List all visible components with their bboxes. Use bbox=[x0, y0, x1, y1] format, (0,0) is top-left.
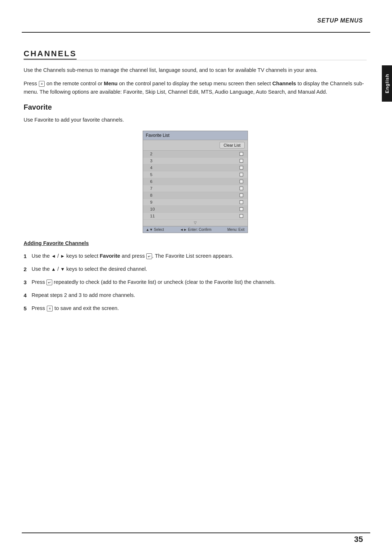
select-hint: ▲▼ Select bbox=[146, 228, 164, 232]
channel-checkbox bbox=[240, 214, 243, 218]
clear-list-button[interactable]: Clear List bbox=[220, 142, 244, 148]
channels-intro2: Press ≡ on the remote control or Menu on… bbox=[24, 79, 367, 96]
step-num-1: 1 bbox=[24, 252, 32, 261]
channel-checkbox bbox=[240, 180, 243, 183]
language-tab: English bbox=[382, 65, 392, 102]
step-num-3: 3 bbox=[24, 278, 32, 287]
channel-row[interactable]: 9 bbox=[143, 199, 248, 206]
enter-icon-2: ↵ bbox=[46, 279, 52, 285]
step-num-4: 4 bbox=[24, 291, 32, 300]
main-content: CHANNELS Use the Channels sub-menus to m… bbox=[24, 38, 367, 317]
favorite-description: Use Favorite to add your favorite channe… bbox=[24, 116, 367, 124]
step-text-2: Use the ▲ / ▼ keys to select the desired… bbox=[32, 265, 367, 273]
favorite-list-box: Favorite List Clear List 2 3 4 5 bbox=[143, 131, 248, 233]
exit-hint: Menu: Exit bbox=[227, 228, 244, 232]
channel-row[interactable]: 2 bbox=[143, 151, 248, 158]
channel-checkbox bbox=[240, 200, 243, 204]
step-text-4: Repeat steps 2 and 3 to add more channel… bbox=[32, 291, 367, 299]
top-rule bbox=[22, 32, 370, 33]
setup-menus-heading: SETUP MENUS bbox=[317, 17, 363, 24]
channel-row[interactable]: 8 bbox=[143, 192, 248, 199]
channels-bold: Channels bbox=[272, 81, 296, 86]
step-text-5: Press ≡ to save and exit the screen. bbox=[32, 304, 367, 313]
favorite-list-title: Favorite List bbox=[143, 131, 248, 140]
bottom-bar: ▲▼ Select ◄► Enter: Confirm Menu: Exit bbox=[143, 226, 248, 233]
adding-favorite-channels-heading: Adding Favorite Channels bbox=[24, 240, 367, 246]
channel-checkbox bbox=[240, 193, 243, 197]
up-arrow-icon: ▲ bbox=[51, 266, 56, 273]
channel-checkbox bbox=[240, 166, 243, 170]
channel-checkbox bbox=[240, 173, 243, 176]
channel-row[interactable]: 11 bbox=[143, 213, 248, 220]
bottom-rule bbox=[22, 532, 370, 533]
channel-row[interactable]: 6 bbox=[143, 178, 248, 185]
step-num-5: 5 bbox=[24, 304, 32, 313]
step-num-2: 2 bbox=[24, 265, 32, 274]
favorite-heading: Favorite bbox=[24, 103, 367, 111]
channel-row[interactable]: 5 bbox=[143, 171, 248, 178]
channel-checkbox bbox=[240, 159, 243, 163]
channels-heading: CHANNELS bbox=[24, 49, 367, 60]
left-arrow-icon: ◄ bbox=[51, 253, 56, 260]
step-5: 5 Press ≡ to save and exit the screen. bbox=[24, 304, 367, 313]
favorite-bold: Favorite bbox=[100, 253, 120, 259]
down-arrow-icon: ▼ bbox=[60, 266, 65, 273]
clear-list-row: Clear List bbox=[143, 140, 248, 151]
page-number: 35 bbox=[354, 535, 363, 544]
channel-row[interactable]: 4 bbox=[143, 164, 248, 171]
channel-row[interactable]: 3 bbox=[143, 158, 248, 164]
step-text-1: Use the ◄ / ► keys to select Favorite an… bbox=[32, 252, 367, 260]
step-2: 2 Use the ▲ / ▼ keys to select the desir… bbox=[24, 265, 367, 274]
right-arrow-icon: ► bbox=[60, 253, 65, 260]
favorite-list-container: Favorite List Clear List 2 3 4 5 bbox=[24, 131, 367, 233]
channel-row[interactable]: 10 bbox=[143, 206, 248, 213]
step-3: 3 Press ↵ repeatedly to check (add to th… bbox=[24, 278, 367, 287]
steps-list: 1 Use the ◄ / ► keys to select Favorite … bbox=[24, 252, 367, 313]
channel-checkbox bbox=[240, 187, 243, 190]
channel-checkbox bbox=[240, 207, 243, 211]
step-text-3: Press ↵ repeatedly to check (add to the … bbox=[32, 278, 367, 286]
remote-menu-icon: ≡ bbox=[39, 81, 45, 87]
step-4: 4 Repeat steps 2 and 3 to add more chann… bbox=[24, 291, 367, 300]
confirm-hint: ◄► Enter: Confirm bbox=[180, 228, 212, 232]
channel-row[interactable]: 7 bbox=[143, 185, 248, 192]
channels-intro1: Use the Channels sub-menus to manage the… bbox=[24, 66, 367, 74]
step-1: 1 Use the ◄ / ► keys to select Favorite … bbox=[24, 252, 367, 261]
enter-icon: ↵ bbox=[146, 253, 152, 259]
menu-bold: Menu bbox=[104, 81, 118, 86]
remote-icon-save: ≡ bbox=[47, 306, 53, 311]
scroll-down-arrow: ▽ bbox=[143, 220, 248, 226]
channel-checkbox bbox=[240, 152, 243, 156]
